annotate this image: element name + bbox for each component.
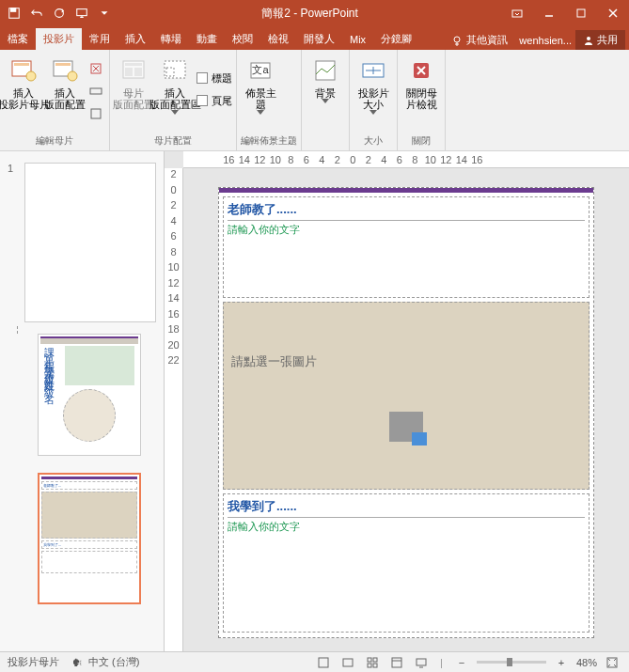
layout-thumbnail-2[interactable]: 老師教了... 我學到了... [38, 473, 141, 604]
tab-transitions[interactable]: 轉場 [153, 28, 189, 50]
tab-storyboard[interactable]: 分鏡腳 [373, 28, 419, 50]
tab-mix[interactable]: Mix [342, 28, 373, 50]
tab-slide-master[interactable]: 投影片 [36, 28, 82, 50]
tab-home[interactable]: 常用 [82, 28, 118, 50]
notes-button[interactable] [314, 654, 333, 671]
ribbon-tabs: 檔案 投影片 常用 插入 轉場 動畫 校閱 檢視 開發人 Mix 分鏡腳 其他資… [0, 26, 629, 50]
redo-button[interactable] [49, 3, 70, 23]
svg-rect-40 [373, 664, 377, 667]
learned-section[interactable]: 我學到了...... 請輸入你的文字 [223, 493, 590, 633]
vertical-ruler[interactable]: 20246810121416182022 [165, 168, 183, 651]
master-layout-button: 母片 版面配置 [114, 54, 153, 112]
svg-rect-25 [134, 68, 142, 76]
slide[interactable]: 老師教了...... 請輸入你的文字 請點選一張圖片 我學到了...... 請輸… [218, 187, 594, 638]
window-title: 簡報2 - PowerPoint [118, 6, 501, 22]
editor-pane: 1614121086420246810121416 20246810121416… [165, 151, 629, 651]
teacher-title: 老師教了...... [228, 201, 585, 221]
image-placeholder-text: 請點選一張圖片 [231, 353, 317, 370]
slide-accent-bar [219, 188, 593, 193]
status-language[interactable]: 中文 (台灣) [88, 655, 139, 669]
horizontal-ruler[interactable]: 1614121086420246810121416 [183, 151, 629, 168]
master-number: 1 [8, 163, 19, 322]
svg-rect-36 [343, 659, 353, 666]
fit-to-window-button[interactable] [603, 654, 621, 671]
tell-me-label[interactable]: 其他資訊 [466, 33, 508, 47]
share-button[interactable]: 共用 [575, 30, 625, 50]
qat-customize-button[interactable] [94, 3, 115, 23]
insert-slide-master-button[interactable]: 插入 投影片母片 [4, 54, 43, 112]
slide-canvas[interactable]: 老師教了...... 請輸入你的文字 請點選一張圖片 我學到了...... 請輸… [183, 168, 629, 651]
svg-rect-20 [90, 88, 102, 94]
present-button[interactable] [71, 3, 92, 23]
zoom-level[interactable]: 48% [576, 657, 597, 668]
slideshow-button[interactable] [412, 654, 431, 671]
master-thumbnail[interactable] [24, 163, 156, 322]
save-button[interactable] [4, 3, 24, 23]
status-view-label: 投影片母片 [8, 655, 59, 669]
svg-rect-30 [316, 61, 335, 80]
close-master-view-button[interactable]: 關閉母 片檢視 [401, 54, 441, 112]
slide-size-button[interactable]: 投影片 大小 [354, 54, 393, 117]
group-close-label: 關閉 [401, 133, 441, 148]
svg-rect-6 [577, 9, 585, 17]
footers-checkbox[interactable]: 頁尾 [197, 91, 232, 110]
svg-rect-35 [319, 658, 328, 667]
learned-hint: 請輸入你的文字 [228, 520, 585, 534]
themes-button[interactable]: 文a佈景主題 [241, 54, 280, 117]
tab-insert[interactable]: 插入 [118, 28, 153, 50]
sorter-view-button[interactable] [363, 654, 382, 671]
rename-button[interactable] [86, 82, 105, 101]
undo-button[interactable] [26, 3, 47, 23]
background-button[interactable]: 背景 [306, 54, 345, 105]
teacher-section[interactable]: 老師教了...... 請輸入你的文字 [223, 196, 590, 298]
svg-rect-15 [55, 63, 71, 66]
insert-layout-button[interactable]: 插入 版面配置 [45, 54, 85, 112]
tab-file[interactable]: 檔案 [0, 28, 36, 50]
svg-rect-24 [125, 68, 133, 76]
thumbnail-pane[interactable]: 1 課程 單元 年級 學級 班級 姓名 [0, 151, 165, 651]
zoom-out-button[interactable]: − [452, 654, 471, 671]
tab-developer[interactable]: 開發人 [296, 28, 342, 50]
workspace: 1 課程 單元 年級 學級 班級 姓名 [0, 151, 629, 651]
svg-rect-26 [165, 61, 185, 78]
tab-animations[interactable]: 動畫 [189, 28, 225, 50]
ribbon: 插入 投影片母片 插入 版面配置 編輯母片 母片 版面配置 插入 版面配置區 標… [0, 50, 629, 151]
svg-text:文a: 文a [252, 64, 269, 75]
zoom-in-button[interactable]: + [552, 654, 571, 671]
tab-view[interactable]: 檢視 [260, 28, 296, 50]
picture-icon [389, 412, 423, 442]
person-icon [583, 35, 594, 46]
svg-point-9 [454, 37, 460, 42]
user-name[interactable]: wenhsien... [519, 35, 572, 46]
lightbulb-icon [451, 35, 463, 46]
title-checkbox[interactable]: 標題 [197, 69, 232, 87]
preserve-button[interactable] [86, 104, 105, 123]
close-button[interactable] [597, 0, 629, 26]
quick-access-toolbar [0, 3, 118, 23]
share-label: 共用 [597, 33, 618, 47]
group-edit-master-label: 編輯母片 [4, 133, 105, 148]
title-bar: 簡報2 - PowerPoint [0, 0, 629, 26]
svg-rect-43 [417, 659, 426, 665]
group-background-label [306, 133, 345, 148]
svg-rect-41 [392, 658, 401, 667]
image-placeholder[interactable]: 請點選一張圖片 [223, 302, 590, 490]
teacher-hint: 請輸入你的文字 [228, 223, 585, 237]
svg-rect-23 [125, 63, 142, 66]
ribbon-options-button[interactable] [501, 0, 533, 26]
svg-point-16 [68, 71, 77, 81]
svg-point-13 [26, 71, 36, 81]
svg-rect-4 [512, 10, 522, 17]
normal-view-button[interactable] [338, 654, 357, 671]
delete-button[interactable] [86, 59, 105, 78]
layout-thumbnail-1[interactable]: 課程 單元 年級 學級 班級 姓名 [38, 334, 141, 456]
tab-review[interactable]: 校閱 [225, 28, 260, 50]
group-edit-theme-label: 編輯佈景主題 [241, 133, 297, 148]
reading-view-button[interactable] [387, 654, 406, 671]
insert-placeholder-button[interactable]: 插入 版面配置區 [155, 54, 195, 117]
svg-rect-1 [11, 8, 16, 12]
minimize-button[interactable] [533, 0, 565, 26]
svg-rect-38 [373, 658, 377, 662]
maximize-button[interactable] [565, 0, 597, 26]
zoom-slider[interactable] [477, 661, 546, 664]
